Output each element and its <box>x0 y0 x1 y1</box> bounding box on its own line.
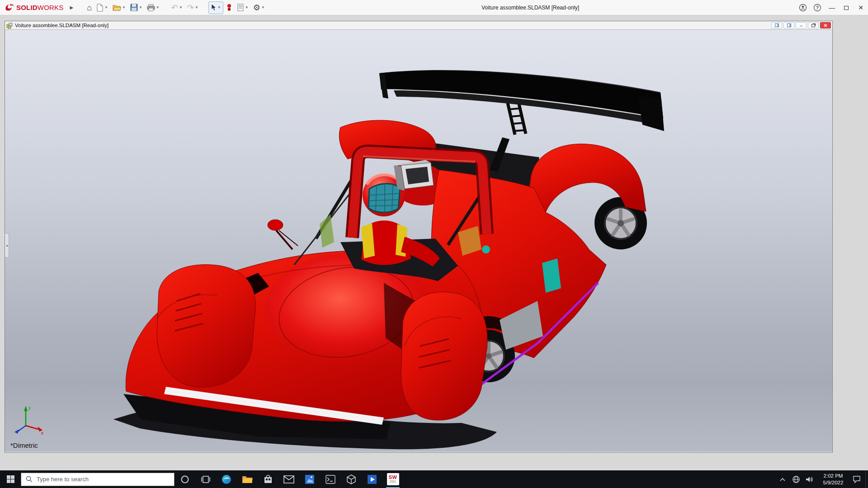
cortana-icon <box>180 475 189 484</box>
show-desktop-button[interactable] <box>865 470 868 488</box>
taskbar-icon-media[interactable] <box>362 470 382 488</box>
home-button[interactable]: ⌂ <box>85 1 94 14</box>
sheet-properties-button[interactable]: ▼ <box>235 1 250 14</box>
solidworks-brand: SOLIDWORKS <box>5 3 64 12</box>
windows-logo-icon <box>7 475 14 483</box>
undo-button[interactable]: ↶▼ <box>170 1 184 14</box>
start-button[interactable] <box>0 470 21 488</box>
mdi-background: Voiture assomblee.SLDASM [Read-only] – ✕ <box>0 16 868 470</box>
restore-icon <box>811 24 815 27</box>
taskbar-icon-edge[interactable] <box>216 470 237 488</box>
network-button[interactable] <box>789 470 803 488</box>
doc-minimize-button[interactable]: – <box>796 22 807 28</box>
open-folder-icon <box>113 4 121 11</box>
new-document-icon <box>96 4 104 12</box>
options-button[interactable]: ⚙▼ <box>251 1 267 14</box>
file-explorer-icon <box>242 475 253 484</box>
network-globe-icon <box>792 475 800 483</box>
orientation-triad[interactable]: x y <box>14 405 43 436</box>
redo-icon: ↷ <box>187 4 194 12</box>
dropdown-caret-icon[interactable]: ▼ <box>245 5 249 9</box>
car-model <box>113 70 664 449</box>
taskbar-clock[interactable]: 2:02 PM 5/9/2022 <box>816 473 850 486</box>
media-play-icon <box>367 474 377 484</box>
taskbar-icon-photos[interactable] <box>299 470 320 488</box>
document-window-buttons: – ✕ <box>771 22 831 28</box>
assembly-document-icon <box>6 22 13 29</box>
volume-button[interactable] <box>803 470 816 488</box>
windows-taskbar: SW 2021 2:02 PM 5/9/2022 <box>0 470 868 488</box>
dropdown-caret-icon[interactable]: ▼ <box>139 5 142 9</box>
new-document-button[interactable]: ▼ <box>94 1 110 14</box>
taskbar-icon-3d-viewer[interactable] <box>341 470 362 488</box>
document-title: Voiture assomblee.SLDASM [Read-only] <box>15 23 108 28</box>
dropdown-caret-icon[interactable]: ▼ <box>261 5 265 9</box>
solidworks-app-icon: SW 2021 <box>387 473 399 485</box>
save-icon <box>130 4 138 11</box>
doc-close-button[interactable]: ✕ <box>820 22 831 28</box>
speaker-icon <box>806 476 814 483</box>
3d-scene: x y <box>5 30 832 451</box>
gear-icon: ⚙ <box>253 4 260 12</box>
edge-icon <box>221 474 232 485</box>
sheet-properties-icon <box>237 4 244 11</box>
solidworks-logo-icon <box>5 3 14 12</box>
svg-text:?: ? <box>816 5 819 10</box>
appearance-ball-icon <box>226 4 232 11</box>
system-tray: 2:02 PM 5/9/2022 <box>776 470 868 488</box>
app-window-title: Voiture assomblee.SLDASM [Read-only] <box>481 0 579 15</box>
appearances-button[interactable] <box>224 1 234 14</box>
menu-expand-arrow[interactable]: ▶ <box>70 5 74 10</box>
dropdown-caret-icon[interactable]: ▼ <box>104 5 108 9</box>
split-pane-button[interactable] <box>783 22 794 28</box>
help-button[interactable]: ? <box>810 0 825 15</box>
search-icon <box>26 476 33 483</box>
home-icon: ⌂ <box>87 4 92 12</box>
triad-x-label: x <box>41 431 43 436</box>
dropdown-caret-icon[interactable]: ▼ <box>217 5 221 9</box>
taskbar-icon-console[interactable] <box>320 470 341 488</box>
print-icon <box>147 4 155 11</box>
account-button[interactable] <box>796 0 810 15</box>
dropdown-caret-icon[interactable]: ▼ <box>156 5 160 9</box>
dock-pane-button[interactable] <box>771 22 782 28</box>
clock-time: 2:02 PM <box>816 473 850 479</box>
print-button[interactable]: ▼ <box>145 1 161 14</box>
taskbar-icon-file-explorer[interactable] <box>237 470 258 488</box>
maximize-button[interactable] <box>839 0 854 15</box>
save-button[interactable]: ▼ <box>128 1 144 14</box>
document-window: Voiture assomblee.SLDASM [Read-only] – ✕ <box>5 21 833 453</box>
help-icon: ? <box>813 4 821 12</box>
brand-text: SOLIDWORKS <box>16 4 64 11</box>
taskbar-icon-solidworks[interactable]: SW 2021 <box>382 470 403 488</box>
pane-icon <box>787 23 791 27</box>
dropdown-caret-icon[interactable]: ▼ <box>179 5 183 9</box>
view-orientation-label: *Dimetric <box>10 441 38 449</box>
minimize-button[interactable]: — <box>825 0 839 15</box>
task-view-button[interactable] <box>195 470 216 488</box>
taskbar-icon-mail[interactable] <box>278 470 299 488</box>
graphics-viewport[interactable]: x y ◂ *Dimetric <box>5 30 832 452</box>
app-title-bar: SOLIDWORKS ▶ ⌂ ▼ ▼ ▼ <box>0 0 868 15</box>
triad-y-label: y <box>28 405 31 410</box>
cortana-button[interactable] <box>175 470 195 488</box>
tray-expand-button[interactable] <box>776 470 789 488</box>
mail-icon <box>283 475 294 483</box>
cube-3d-icon <box>346 474 356 484</box>
notifications-button[interactable] <box>850 470 863 488</box>
open-button[interactable]: ▼ <box>111 1 127 14</box>
taskbar-search[interactable] <box>21 473 175 486</box>
taskbar-icon-store[interactable] <box>258 470 278 488</box>
task-view-icon <box>201 475 210 483</box>
search-input[interactable] <box>37 476 163 483</box>
doc-restore-button[interactable] <box>808 22 819 28</box>
dropdown-caret-icon[interactable]: ▼ <box>122 5 126 9</box>
clock-date: 5/9/2022 <box>816 479 850 486</box>
redo-button[interactable]: ↷▼ <box>185 1 200 14</box>
store-icon <box>263 474 273 484</box>
select-cursor-icon <box>211 4 217 11</box>
feature-panel-collapse-tab[interactable]: ◂ <box>5 233 9 258</box>
select-tool-button[interactable]: ▼ <box>208 1 223 14</box>
close-button[interactable]: ✕ <box>854 0 868 15</box>
dropdown-caret-icon[interactable]: ▼ <box>195 5 198 9</box>
